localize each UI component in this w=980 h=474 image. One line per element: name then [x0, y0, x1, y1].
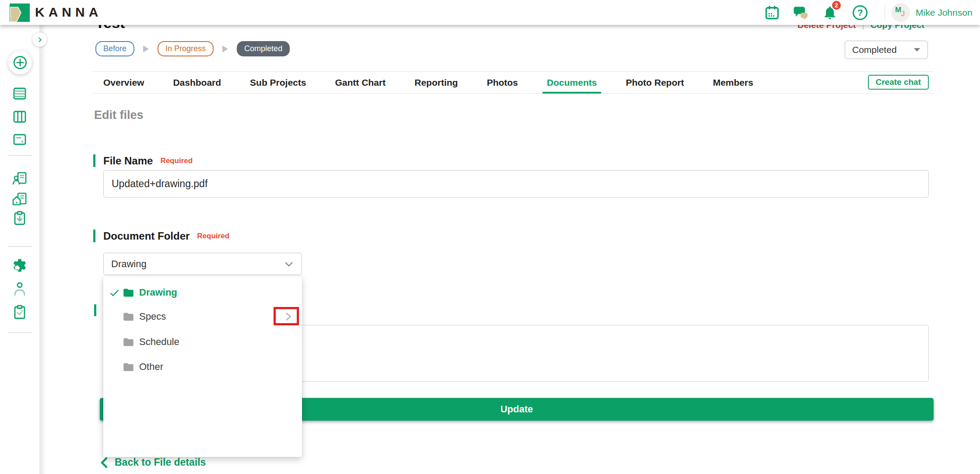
sidebar-item-person-document[interactable] — [12, 171, 28, 186]
sidebar-divider — [7, 155, 32, 156]
required-badge: Required — [160, 157, 193, 165]
help-button[interactable]: ? — [853, 5, 868, 20]
back-link-label: Back to File details — [115, 457, 206, 468]
folder-option-label: Other — [139, 361, 163, 373]
kanna-logo-icon — [10, 3, 30, 22]
tab-sub-projects[interactable]: Sub Projects — [246, 72, 310, 93]
status-select-value: Completed — [852, 45, 897, 55]
arrow-right-icon — [222, 45, 228, 53]
notification-badge: 2 — [831, 0, 842, 10]
folder-option-specs[interactable]: Specs — [103, 308, 302, 325]
edit-files-heading: Edit files — [94, 108, 144, 122]
document-folder-label: Document Folder — [103, 230, 190, 242]
status-step-before[interactable]: Before — [95, 41, 134, 56]
clipboard-check-icon — [12, 304, 28, 320]
label-accent-bar — [93, 154, 95, 167]
file-name-label-row: File Name Required — [93, 154, 193, 167]
brand-name: KANNA — [35, 5, 102, 20]
required-badge: Required — [197, 232, 229, 240]
home-document-icon — [12, 191, 28, 207]
folder-option-label: Drawing — [139, 287, 177, 298]
document-folder-select[interactable]: Drawing — [103, 253, 302, 275]
folder-dropdown-menu: Drawing Specs Schedule Other — [103, 276, 302, 457]
sidebar-item-clipboard-check[interactable] — [12, 304, 28, 320]
sidebar-item-home-document[interactable] — [12, 191, 28, 207]
file-name-label: File Name — [103, 155, 153, 167]
tab-gantt-chart[interactable]: Gantt Chart — [330, 72, 390, 93]
arrow-right-icon — [143, 45, 149, 53]
board-columns-icon — [12, 109, 28, 125]
checkmark-icon — [109, 287, 120, 299]
folder-icon — [123, 361, 134, 373]
sidebar-divider — [7, 332, 32, 333]
header-divider — [885, 3, 885, 21]
tab-photos[interactable]: Photos — [482, 72, 522, 93]
caret-down-icon — [913, 48, 920, 52]
app-header: KANNA 2 ? M J Mike Johnson — [0, 0, 980, 25]
tab-bar: Overview Dashboard Sub Projects Gantt Ch… — [93, 71, 934, 94]
tab-members[interactable]: Members — [709, 72, 758, 93]
help-icon: ? — [857, 7, 863, 18]
chat-bubbles-icon — [793, 5, 809, 21]
sidebar-item-card-note[interactable] — [12, 132, 28, 147]
back-to-file-details-link[interactable]: Back to File details — [100, 457, 206, 468]
document-folder-label-row: Document Folder Required — [93, 230, 229, 242]
folder-option-label: Specs — [139, 311, 166, 322]
settings-gear-icon — [12, 258, 28, 273]
folder-option-drawing[interactable]: Drawing — [103, 284, 302, 301]
label-accent-bar — [93, 230, 95, 242]
tab-overview[interactable]: Overview — [99, 72, 148, 93]
app-root: Test Delete Project | Copy Project Befor… — [0, 0, 980, 474]
folder-option-label: Schedule — [139, 336, 179, 348]
chevron-left-icon — [100, 457, 109, 468]
folder-select-value: Drawing — [111, 258, 147, 270]
chevron-right-icon — [37, 37, 43, 43]
folder-option-other[interactable]: Other — [103, 359, 302, 375]
sidebar-collapse-button[interactable] — [32, 32, 47, 47]
folder-icon — [123, 287, 134, 299]
sidebar-shadow — [39, 25, 46, 474]
avatar[interactable]: M J — [891, 3, 910, 22]
tab-documents[interactable]: Documents — [542, 72, 601, 93]
calendar-button[interactable] — [764, 5, 780, 21]
sidebar-item-profile[interactable] — [12, 281, 28, 297]
person-icon — [12, 281, 28, 297]
calendar-icon — [764, 5, 780, 21]
card-note-icon — [12, 132, 28, 147]
file-name-input[interactable] — [103, 170, 929, 198]
folder-icon — [123, 336, 134, 348]
avatar-initial-j: J — [901, 10, 905, 18]
add-button[interactable] — [8, 51, 32, 74]
folder-option-schedule[interactable]: Schedule — [103, 334, 302, 350]
status-step-completed[interactable]: Completed — [237, 41, 290, 56]
memo-label-accent-bar — [94, 304, 96, 316]
create-chat-button[interactable]: Create chat — [868, 75, 929, 90]
status-select[interactable]: Completed — [845, 41, 928, 59]
user-name[interactable]: Mike Johnson — [916, 7, 973, 18]
sidebar-divider — [7, 246, 32, 247]
person-document-icon — [12, 171, 28, 186]
list-rows-icon — [12, 86, 28, 101]
clipboard-download-icon — [12, 210, 28, 226]
status-step-in-progress[interactable]: In Progress — [158, 41, 214, 56]
tab-dashboard[interactable]: Dashboard — [169, 72, 225, 93]
expand-subfolder-chevron-icon[interactable] — [282, 311, 294, 322]
tab-reporting[interactable]: Reporting — [410, 72, 462, 93]
sidebar-item-list-rows[interactable] — [12, 86, 28, 101]
status-workflow: Before In Progress Completed — [95, 41, 290, 56]
chat-button[interactable] — [793, 5, 809, 21]
sidebar-item-board-columns[interactable] — [12, 109, 28, 125]
sidebar-item-clipboard-download[interactable] — [12, 210, 28, 226]
sidebar-item-settings[interactable] — [12, 258, 28, 273]
folder-icon — [123, 311, 134, 323]
tab-photo-report[interactable]: Photo Report — [622, 72, 688, 93]
plus-circle-icon — [12, 54, 28, 71]
chevron-down-icon — [284, 259, 294, 269]
